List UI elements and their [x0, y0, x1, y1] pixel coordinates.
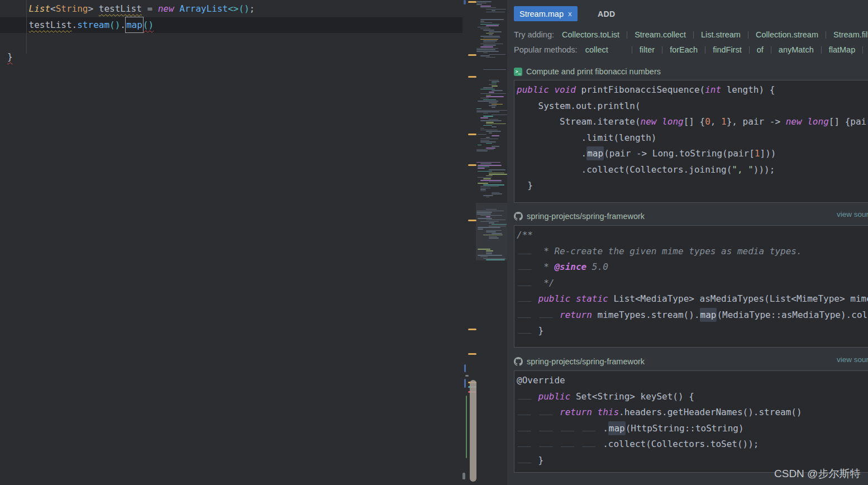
github-icon: [514, 357, 523, 366]
minimap-line: [480, 141, 496, 142]
minimap-line: [489, 182, 502, 183]
suggestion-link[interactable]: List.stream: [686, 30, 741, 39]
minimap-line: [486, 123, 506, 125]
view-source-link[interactable]: view source: [837, 210, 868, 218]
code-example-block: public void printFibonacciSequence(int l…: [514, 80, 868, 203]
minimap-line: [492, 107, 495, 108]
stripe-mark: [466, 396, 467, 458]
method-link[interactable]: findFirst: [698, 45, 742, 54]
suggestion-link[interactable]: Stream.filter: [818, 30, 868, 39]
method-link[interactable]: flatMap: [814, 45, 856, 54]
minimap-line: [489, 119, 498, 120]
code-line: }: [7, 49, 255, 65]
suggestion-link[interactable]: Collection.stream: [741, 30, 818, 39]
code-search-panel: Stream.map x ADD Try adding:Collectors.t…: [507, 0, 868, 485]
minimap-line: [480, 98, 489, 99]
stripe-mark: [468, 353, 476, 355]
minimap-line: [492, 146, 499, 147]
stripe-mark: [464, 379, 466, 388]
stripe-mark: [468, 1, 476, 3]
repo-section-header: spring-projects/spring-framework view so…: [514, 210, 861, 222]
minimap-line: [489, 31, 502, 32]
minimap-line: [480, 55, 490, 56]
csdn-watermark: CSDN @步尔斯特: [774, 467, 860, 481]
minimap-line: [489, 34, 493, 35]
minimap-line: [492, 135, 499, 136]
minimap-line: [483, 99, 496, 101]
code-line: .limit(length): [517, 130, 868, 146]
minimap-line: [486, 96, 504, 97]
minimap-line: [478, 183, 488, 184]
minimap-line: [489, 54, 505, 55]
repo-name[interactable]: spring-projects/spring-framework: [527, 212, 645, 221]
minimap-line: [486, 175, 493, 177]
stripe-mark: [468, 76, 476, 78]
method-link[interactable]: filter: [608, 45, 655, 54]
scrollbar-thumb[interactable]: [470, 380, 476, 482]
code-line: Stream.iterate(new long[] {0, 1}, pair -…: [517, 114, 868, 130]
minimap-line: [489, 105, 497, 106]
code-line: public Set<String> keySet() {: [517, 389, 868, 405]
minimap-line: [492, 115, 507, 116]
stripe-mark: [462, 473, 465, 479]
minimap-line: [476, 162, 500, 163]
minimap-line: [483, 195, 493, 196]
minimap-line: [483, 53, 488, 54]
minimap-line: [483, 69, 506, 70]
minimap-line: [480, 89, 495, 90]
code-line: */: [517, 275, 868, 292]
minimap-line: [483, 42, 495, 43]
minimap-line: [486, 25, 499, 26]
minimap-line: [476, 3, 487, 4]
minimap-line: [486, 143, 492, 144]
minimap-line: [480, 139, 498, 140]
stripe-mark: [464, 0, 466, 4]
code-line: [7, 33, 255, 49]
minimap-line: [480, 24, 499, 25]
example-title: Compute and print fibonacci numbers: [526, 67, 661, 76]
chip-close-icon[interactable]: x: [568, 9, 572, 18]
minimap-line: [476, 108, 481, 110]
ide-screenshot: { "editor": { "lines": [ [{"c":"sp","t":…: [0, 0, 868, 485]
method-link[interactable]: anyMatch: [764, 45, 814, 54]
minimap-viewport[interactable]: [476, 203, 507, 260]
code-line: return this.headers.getHeaderNames().str…: [517, 405, 868, 421]
minimap-line: [480, 19, 504, 20]
search-tag-chip[interactable]: Stream.map x: [514, 6, 578, 21]
code-example-block: /** * Re-create the given mime types as …: [514, 225, 868, 348]
add-button[interactable]: ADD: [598, 9, 616, 18]
code-line: testList.stream().map(): [7, 17, 255, 34]
minimap-line: [480, 6, 491, 7]
minimap-line: [480, 22, 492, 23]
minimap-line: [486, 137, 490, 138]
view-source-link[interactable]: view source: [837, 355, 868, 364]
minimap-line: [486, 95, 491, 96]
minimap-line: [476, 110, 507, 111]
minimap-line: [492, 192, 499, 193]
code-line: .map(HttpString::toString): [517, 421, 868, 437]
try-adding-row: Try adding:Collectors.toListStream.colle…: [514, 30, 868, 39]
minimap-line: [478, 101, 498, 102]
method-link[interactable]: sorted: [855, 45, 868, 54]
minimap-line: [480, 163, 492, 164]
stripe-mark: [464, 364, 466, 372]
method-link[interactable]: of: [742, 45, 764, 54]
method-link[interactable]: forEach: [655, 45, 698, 54]
minimap-line: [478, 165, 502, 166]
minimap-line: [483, 113, 488, 114]
method-link[interactable]: collect: [585, 45, 608, 54]
code-editor[interactable]: List<String> testList = new ArrayList<>(…: [0, 0, 462, 485]
minimap-line: [480, 21, 484, 22]
code-line: List<String> testList = new ArrayList<>(…: [7, 1, 255, 17]
suggestion-link[interactable]: Stream.collect: [619, 30, 686, 39]
minimap-line: [480, 180, 502, 181]
code-line: return mimeTypes.stream().map(MediaType:…: [517, 307, 868, 324]
repo-name[interactable]: spring-projects/spring-framework: [527, 357, 645, 366]
minimap-line: [480, 36, 500, 37]
minimap-line: [478, 177, 492, 178]
minimap-line: [478, 134, 487, 135]
suggestion-link[interactable]: Collectors.toList: [562, 30, 619, 39]
minimap-line: [486, 57, 495, 58]
minimap-line: [483, 184, 504, 186]
minimap-line: [492, 90, 503, 91]
